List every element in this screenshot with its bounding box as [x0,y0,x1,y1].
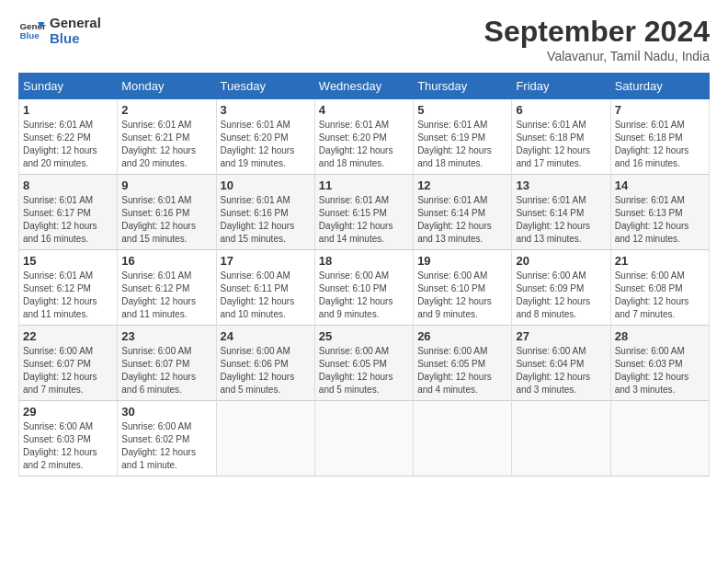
day-cell: 30Sunrise: 6:00 AM Sunset: 6:02 PM Dayli… [118,401,216,477]
day-number: 12 [417,178,507,192]
logo-blue: Blue [50,30,101,46]
day-info: Sunrise: 6:01 AM Sunset: 6:20 PM Dayligh… [221,119,311,170]
day-cell: 27Sunrise: 6:00 AM Sunset: 6:04 PM Dayli… [512,326,610,401]
day-cell [610,401,709,477]
day-info: Sunrise: 6:00 AM Sunset: 6:04 PM Dayligh… [516,345,606,396]
day-number: 18 [319,254,409,268]
day-cell: 11Sunrise: 6:01 AM Sunset: 6:15 PM Dayli… [314,175,413,250]
week-row: 15Sunrise: 6:01 AM Sunset: 6:12 PM Dayli… [19,250,710,326]
day-number: 13 [516,178,606,192]
day-info: Sunrise: 6:00 AM Sunset: 6:08 PM Dayligh… [615,270,705,321]
day-number: 5 [417,103,507,117]
day-cell: 6Sunrise: 6:01 AM Sunset: 6:18 PM Daylig… [512,99,610,175]
day-cell: 9Sunrise: 6:01 AM Sunset: 6:16 PM Daylig… [118,175,216,250]
header-saturday: Saturday [610,74,709,99]
header: General Blue General Blue September 2024… [18,15,710,63]
calendar-table: SundayMondayTuesdayWednesdayThursdayFrid… [18,73,710,477]
day-number: 1 [23,103,113,117]
day-number: 17 [221,254,311,268]
day-info: Sunrise: 6:01 AM Sunset: 6:18 PM Dayligh… [516,119,606,170]
subtitle: Valavanur, Tamil Nadu, India [484,49,710,63]
day-number: 4 [319,103,409,117]
day-info: Sunrise: 6:00 AM Sunset: 6:09 PM Dayligh… [516,270,606,321]
day-cell: 28Sunrise: 6:00 AM Sunset: 6:03 PM Dayli… [610,326,709,401]
week-row: 8Sunrise: 6:01 AM Sunset: 6:17 PM Daylig… [19,175,710,250]
day-info: Sunrise: 6:00 AM Sunset: 6:10 PM Dayligh… [417,270,507,321]
day-number: 2 [121,103,211,117]
day-cell: 20Sunrise: 6:00 AM Sunset: 6:09 PM Dayli… [512,250,610,326]
day-info: Sunrise: 6:01 AM Sunset: 6:16 PM Dayligh… [121,194,211,246]
day-cell: 14Sunrise: 6:01 AM Sunset: 6:13 PM Dayli… [610,175,709,250]
svg-text:Blue: Blue [20,30,40,40]
header-tuesday: Tuesday [216,74,314,99]
day-cell: 12Sunrise: 6:01 AM Sunset: 6:14 PM Dayli… [414,175,512,250]
day-info: Sunrise: 6:01 AM Sunset: 6:21 PM Dayligh… [121,119,211,170]
header-sunday: Sunday [19,74,118,99]
title-block: September 2024 Valavanur, Tamil Nadu, In… [484,15,710,63]
day-cell: 13Sunrise: 6:01 AM Sunset: 6:14 PM Dayli… [512,175,610,250]
day-number: 19 [417,254,507,268]
day-info: Sunrise: 6:01 AM Sunset: 6:16 PM Dayligh… [221,194,311,246]
day-info: Sunrise: 6:01 AM Sunset: 6:17 PM Dayligh… [23,194,113,246]
day-cell: 8Sunrise: 6:01 AM Sunset: 6:17 PM Daylig… [19,175,118,250]
day-info: Sunrise: 6:00 AM Sunset: 6:07 PM Dayligh… [23,345,113,396]
day-info: Sunrise: 6:00 AM Sunset: 6:02 PM Dayligh… [121,420,211,472]
day-number: 21 [615,254,705,268]
day-number: 10 [221,178,311,192]
logo-icon: General Blue [18,17,46,44]
day-cell: 1Sunrise: 6:01 AM Sunset: 6:22 PM Daylig… [19,99,118,175]
header-row: SundayMondayTuesdayWednesdayThursdayFrid… [19,74,710,99]
day-number: 30 [121,405,211,419]
day-number: 25 [319,329,409,343]
day-info: Sunrise: 6:00 AM Sunset: 6:06 PM Dayligh… [221,345,311,396]
header-wednesday: Wednesday [314,74,413,99]
day-info: Sunrise: 6:01 AM Sunset: 6:18 PM Dayligh… [615,119,705,170]
day-number: 6 [516,103,606,117]
day-cell: 29Sunrise: 6:00 AM Sunset: 6:03 PM Dayli… [19,401,118,477]
day-number: 27 [516,329,606,343]
day-info: Sunrise: 6:01 AM Sunset: 6:15 PM Dayligh… [319,194,409,246]
day-info: Sunrise: 6:01 AM Sunset: 6:22 PM Dayligh… [23,119,113,170]
day-cell [414,401,512,477]
week-row: 1Sunrise: 6:01 AM Sunset: 6:22 PM Daylig… [19,99,710,175]
day-number: 3 [221,103,311,117]
day-number: 14 [615,178,705,192]
day-number: 9 [121,178,211,192]
day-info: Sunrise: 6:00 AM Sunset: 6:07 PM Dayligh… [121,345,211,396]
day-info: Sunrise: 6:00 AM Sunset: 6:10 PM Dayligh… [319,270,409,321]
day-info: Sunrise: 6:00 AM Sunset: 6:11 PM Dayligh… [221,270,311,321]
header-friday: Friday [512,74,610,99]
day-cell: 3Sunrise: 6:01 AM Sunset: 6:20 PM Daylig… [216,99,314,175]
day-cell: 5Sunrise: 6:01 AM Sunset: 6:19 PM Daylig… [414,99,512,175]
day-cell: 15Sunrise: 6:01 AM Sunset: 6:12 PM Dayli… [19,250,118,326]
day-cell: 10Sunrise: 6:01 AM Sunset: 6:16 PM Dayli… [216,175,314,250]
day-number: 23 [121,329,211,343]
day-number: 7 [615,103,705,117]
day-info: Sunrise: 6:00 AM Sunset: 6:05 PM Dayligh… [417,345,507,396]
day-cell: 17Sunrise: 6:00 AM Sunset: 6:11 PM Dayli… [216,250,314,326]
day-cell: 18Sunrise: 6:00 AM Sunset: 6:10 PM Dayli… [314,250,413,326]
day-cell: 19Sunrise: 6:00 AM Sunset: 6:10 PM Dayli… [414,250,512,326]
day-cell: 22Sunrise: 6:00 AM Sunset: 6:07 PM Dayli… [19,326,118,401]
day-cell: 4Sunrise: 6:01 AM Sunset: 6:20 PM Daylig… [314,99,413,175]
day-info: Sunrise: 6:00 AM Sunset: 6:03 PM Dayligh… [615,345,705,396]
day-info: Sunrise: 6:01 AM Sunset: 6:14 PM Dayligh… [417,194,507,246]
header-thursday: Thursday [414,74,512,99]
day-number: 28 [615,329,705,343]
day-info: Sunrise: 6:00 AM Sunset: 6:05 PM Dayligh… [319,345,409,396]
day-cell [216,401,314,477]
calendar-page: General Blue General Blue September 2024… [0,0,728,486]
day-cell: 26Sunrise: 6:00 AM Sunset: 6:05 PM Dayli… [414,326,512,401]
day-number: 8 [23,178,113,192]
day-cell: 21Sunrise: 6:00 AM Sunset: 6:08 PM Dayli… [610,250,709,326]
day-info: Sunrise: 6:01 AM Sunset: 6:20 PM Dayligh… [319,119,409,170]
month-title: September 2024 [484,15,710,49]
day-info: Sunrise: 6:01 AM Sunset: 6:12 PM Dayligh… [121,270,211,321]
header-monday: Monday [118,74,216,99]
week-row: 22Sunrise: 6:00 AM Sunset: 6:07 PM Dayli… [19,326,710,401]
day-info: Sunrise: 6:01 AM Sunset: 6:19 PM Dayligh… [417,119,507,170]
day-number: 15 [23,254,113,268]
day-cell [314,401,413,477]
day-info: Sunrise: 6:01 AM Sunset: 6:14 PM Dayligh… [516,194,606,246]
day-info: Sunrise: 6:01 AM Sunset: 6:13 PM Dayligh… [615,194,705,246]
